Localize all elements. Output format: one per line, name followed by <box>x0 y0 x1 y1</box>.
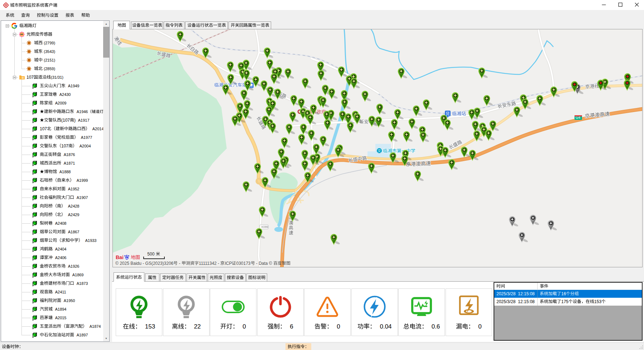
svg-text:X089: X089 <box>261 225 268 229</box>
svg-text:Bai: Bai <box>116 254 124 260</box>
svg-text:du: du <box>125 257 129 260</box>
